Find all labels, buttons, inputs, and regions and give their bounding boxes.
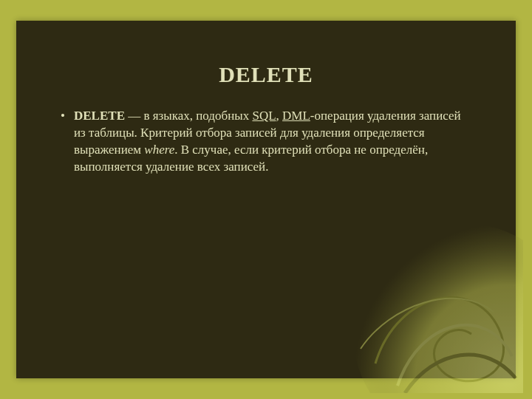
- decorative-swirl-icon: [331, 201, 523, 393]
- svg-point-0: [353, 223, 523, 393]
- sql-link[interactable]: SQL: [252, 109, 276, 123]
- slide-frame: DELETE DELETE — в языках, подобных SQL, …: [16, 21, 516, 378]
- where-keyword: where: [144, 143, 174, 157]
- text-segment: — в языках, подобных: [125, 109, 252, 123]
- delete-keyword: DELETE: [74, 109, 125, 123]
- text-segment: ,: [276, 109, 283, 123]
- bullet-item: DELETE — в языках, подобных SQL, DML-опе…: [61, 108, 471, 176]
- dml-link[interactable]: DML: [282, 109, 310, 123]
- slide-body: DELETE — в языках, подобных SQL, DML-опе…: [46, 108, 471, 176]
- slide-title: DELETE: [16, 62, 516, 87]
